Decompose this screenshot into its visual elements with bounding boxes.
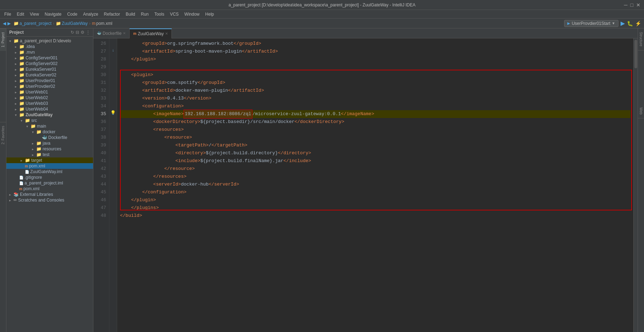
tree-parent-iml[interactable]: 📄 a_parent_project.iml xyxy=(6,180,93,186)
tree-src[interactable]: ▾ 📁 src xyxy=(6,118,93,123)
line-num-44: 44 xyxy=(93,181,106,188)
gear-icon[interactable]: ⚙ xyxy=(81,30,84,35)
tree-zuulgateway-iml[interactable]: 📄 ZuulGateWay.iml xyxy=(6,169,93,175)
tab-zuulgateway[interactable]: m ZuulGateWay ✕ xyxy=(130,28,172,38)
line-num-43: 43 xyxy=(93,173,106,181)
back-nav-icon[interactable]: ◀ xyxy=(3,21,6,26)
iml-icon: 📄 xyxy=(25,170,29,174)
menu-edit[interactable]: Edit xyxy=(14,11,27,17)
collapse-icon[interactable]: ⊟ xyxy=(76,30,79,35)
tree-target[interactable]: ▸ 📁 target xyxy=(6,157,93,163)
tree-scratches[interactable]: ▸ ✏ Scratches and Consoles xyxy=(6,197,93,203)
run-button[interactable]: ▶ xyxy=(621,20,625,27)
menu-help[interactable]: Help xyxy=(202,11,217,17)
tree-configserver001[interactable]: ▸ 📁 ConfigServer001 xyxy=(6,55,93,61)
right-tab-structure[interactable]: Structure xyxy=(638,28,644,50)
project-header: Project ↻ ⊟ ⚙ ⋮ xyxy=(6,28,93,37)
tree-userprovdier02[interactable]: ▸ 📁 UserProvdier02 xyxy=(6,84,93,89)
tree-java[interactable]: ▸ 📁 java xyxy=(6,140,93,146)
tree-idea[interactable]: ▸ 📁 .idea xyxy=(6,44,93,49)
menu-window[interactable]: Window xyxy=(181,11,202,17)
debug-button[interactable]: 🐛 xyxy=(627,21,633,26)
java-label: java xyxy=(43,141,50,146)
close-btn[interactable]: ✕ xyxy=(636,2,640,8)
tree-userprovdier01[interactable]: ▸ 📁 UserProvdier01 xyxy=(6,78,93,84)
ext-lib-arrow: ▸ xyxy=(9,193,13,197)
tree-gitignore[interactable]: 📄 .gitignore xyxy=(6,175,93,180)
target-label: target xyxy=(31,158,42,163)
left-tab-favorites[interactable]: 2: Favorites xyxy=(0,122,6,148)
right-tab-web[interactable]: Web xyxy=(638,104,644,118)
tree-pomxml-zuul[interactable]: m pom.xml xyxy=(6,163,93,169)
tree-mvn[interactable]: ▸ 📁 .mvn xyxy=(6,49,93,55)
tree-test[interactable]: ▸ 📁 test xyxy=(6,152,93,157)
tree-external-libs[interactable]: ▸ 📚 External Libraries xyxy=(6,192,93,197)
panel-more-icon[interactable]: ⋮ xyxy=(86,30,90,35)
gitignore-icon: 📄 xyxy=(19,176,23,180)
code-line-40: <directory>${project.build.directory}</d… xyxy=(120,149,631,157)
tab-dockerfile-label: Dockerfile xyxy=(103,31,121,36)
menu-view[interactable]: View xyxy=(27,11,42,17)
docker-folder-icon: 📁 xyxy=(36,129,42,134)
menu-code[interactable]: Code xyxy=(64,11,80,17)
menu-vcs[interactable]: VCS xyxy=(167,11,182,17)
scroll-thumb[interactable] xyxy=(634,40,637,68)
gutter-39 xyxy=(109,140,117,148)
tree-docker[interactable]: ▾ 📁 docker xyxy=(6,129,93,135)
up02-icon: 📁 xyxy=(19,84,24,89)
tree-dockerfile[interactable]: 🐳 Dockerfile xyxy=(6,135,93,140)
code-area[interactable]: <groupId>org.springframework.boot</group… xyxy=(117,38,633,332)
tree-resources[interactable]: ▸ 📁 resources xyxy=(6,146,93,152)
ext-lib-label: External Libraries xyxy=(20,192,53,197)
forward-nav-icon[interactable]: ▶ xyxy=(7,21,11,26)
line-num-37: 37 xyxy=(93,126,106,134)
tree-eurekaserver02[interactable]: ▸ 📁 EurekaServer02 xyxy=(6,72,93,78)
line-numbers: 26 27 28 29 30 31 32 33 34 35 36 37 38 3… xyxy=(93,38,109,332)
right-scrollbar[interactable] xyxy=(633,38,638,332)
tree-root-pom[interactable]: m pom.xml xyxy=(6,186,93,192)
left-tab-project[interactable]: 1: Project xyxy=(0,28,6,51)
menu-file[interactable]: File xyxy=(1,11,14,17)
uw04-icon: 📁 xyxy=(19,107,24,112)
breadcrumb-zuul[interactable]: ZuulGateWay xyxy=(62,21,88,26)
menu-refactor[interactable]: Refactor xyxy=(101,11,123,17)
tree-configserver002[interactable]: ▸ 📁 ConfigServer002 xyxy=(6,61,93,66)
docker-arrow: ▾ xyxy=(32,130,36,134)
maximize-btn[interactable]: □ xyxy=(631,2,633,8)
breadcrumb-pom[interactable]: pom.xml xyxy=(96,21,112,26)
sync-icon[interactable]: ↻ xyxy=(71,30,74,35)
tab-dockerfile[interactable]: 🐳 Dockerfile ✕ xyxy=(93,28,130,38)
breadcrumb-project[interactable]: a_parent_project xyxy=(20,21,51,26)
menu-analyze[interactable]: Analyze xyxy=(80,11,101,17)
es02-arrow: ▸ xyxy=(15,73,19,77)
cs002-icon: 📁 xyxy=(19,61,24,66)
tree-userweb01[interactable]: ▸ 📁 UserWeb01 xyxy=(6,89,93,95)
tab-dockerfile-close[interactable]: ✕ xyxy=(123,31,126,35)
gutter-31 xyxy=(109,77,117,85)
gutter-34 xyxy=(109,101,117,109)
file-tree: ▾ 📁 a_parent_project D:\develo ▸ 📁 .idea… xyxy=(6,37,93,332)
tree-userweb02[interactable]: ▸ 📁 UserWeb02 xyxy=(6,95,93,101)
tab-zuulgateway-close[interactable]: ✕ xyxy=(165,32,168,36)
tree-userweb03[interactable]: ▸ 📁 UserWeb03 xyxy=(6,101,93,106)
menu-navigate[interactable]: Navigate xyxy=(42,11,64,17)
java-folder-icon: 📁 xyxy=(36,141,42,146)
menu-tools[interactable]: Tools xyxy=(152,11,167,17)
menu-build[interactable]: Build xyxy=(123,11,138,17)
gutter-arrow-27: ↓ xyxy=(112,48,114,53)
breadcrumb-bar: ◀ ▶ 📁 a_parent_project › 📁 ZuulGateWay ›… xyxy=(0,18,644,28)
run-config-dropdown[interactable]: ▶ UserProvdier01Start ▼ xyxy=(564,20,618,27)
scratches-label: Scratches and Consoles xyxy=(18,198,64,203)
tree-eurekaserver01[interactable]: ▸ 📁 EurekaServer01 xyxy=(6,66,93,72)
tree-zuulgateway[interactable]: ▾ 📁 ZuulGateWay xyxy=(6,112,93,118)
minimize-btn[interactable]: ─ xyxy=(624,2,628,8)
tree-main[interactable]: ▾ 📁 main xyxy=(6,123,93,129)
tree-root[interactable]: ▾ 📁 a_parent_project D:\develo xyxy=(6,38,93,44)
parent-iml-label: a_parent_project.iml xyxy=(24,181,63,186)
tree-userweb04[interactable]: ▸ 📁 UserWeb04 xyxy=(6,106,93,112)
gutter-bulb-35: 💡 xyxy=(110,110,116,115)
line-num-46: 46 xyxy=(93,196,106,204)
coverage-button[interactable]: ⚡ xyxy=(635,21,641,26)
menu-run[interactable]: Run xyxy=(138,11,152,17)
line-num-34: 34 xyxy=(93,102,106,110)
